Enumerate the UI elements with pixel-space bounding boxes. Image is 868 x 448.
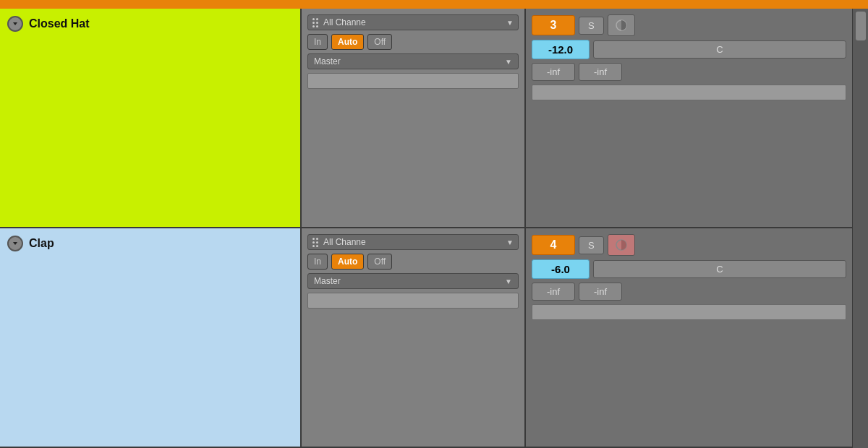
inf-value-2: -inf — [579, 283, 622, 301]
track-collapse-button[interactable] — [7, 236, 23, 251]
svg-marker-2 — [13, 242, 17, 245]
routing-text: Master — [314, 276, 502, 286]
drag-handle-icon — [312, 18, 318, 27]
track-controls-closed-hat: All Channe ▼ In Auto Off Master ▼ — [300, 9, 524, 227]
track-header: Clap — [7, 236, 54, 251]
channel-row: All Channe ▼ — [307, 14, 519, 30]
track-name-closed-hat: Closed Hat — [29, 17, 90, 30]
phase-button[interactable] — [608, 234, 635, 256]
track-row: Clap All Channe ▼ In — [0, 228, 852, 448]
mode-row: In Auto Off — [307, 34, 519, 50]
phase-button[interactable] — [608, 14, 635, 36]
inf-row: -inf -inf — [532, 63, 846, 81]
volume-value[interactable]: -6.0 — [532, 259, 590, 279]
routing-text: Master — [314, 56, 502, 66]
inf-row: -inf -inf — [532, 283, 846, 301]
chevron-down-icon: ▼ — [506, 19, 514, 27]
svg-marker-0 — [13, 22, 17, 25]
track-name-clap: Clap — [29, 237, 54, 250]
channel-text: All Channe — [323, 237, 504, 247]
empty-bar-row — [307, 293, 519, 309]
track-controls-clap: All Channe ▼ In Auto Off Master ▼ — [300, 228, 524, 447]
solo-button[interactable]: S — [579, 17, 604, 35]
empty-bar-row — [307, 73, 519, 89]
empty-bar — [307, 293, 519, 309]
empty-bar — [307, 73, 519, 89]
tracks-and-controls: Closed Hat All Channe ▼ — [0, 9, 852, 448]
main-layout: Closed Hat All Channe ▼ — [0, 9, 868, 448]
track-params-clap: 4 S -6.0 C -inf -inf — [524, 228, 852, 447]
track-label-closed-hat: Closed Hat — [0, 9, 300, 227]
inf-value-2: -inf — [579, 63, 622, 81]
empty-row — [532, 304, 846, 320]
chevron-down-icon: ▼ — [505, 277, 512, 285]
mode-row: In Auto Off — [307, 254, 519, 270]
volume-row: -6.0 C — [532, 259, 846, 279]
track-row: Closed Hat All Channe ▼ — [0, 9, 852, 228]
routing-row: Master ▼ — [307, 53, 519, 69]
top-bar — [0, 0, 868, 9]
volume-value[interactable]: -12.0 — [532, 40, 590, 59]
track-collapse-button[interactable] — [7, 16, 23, 32]
chevron-down-icon: ▼ — [506, 238, 514, 246]
volume-row: -12.0 C — [532, 40, 846, 59]
empty-row — [532, 85, 846, 100]
track-number[interactable]: 3 — [532, 15, 575, 35]
c-button[interactable]: C — [593, 260, 846, 278]
drag-handle-icon — [312, 238, 318, 247]
in-button[interactable]: In — [307, 254, 328, 270]
off-button[interactable]: Off — [367, 254, 392, 270]
track-number[interactable]: 4 — [532, 235, 575, 255]
solo-button[interactable]: S — [579, 236, 604, 254]
empty-bar-2 — [532, 304, 846, 320]
number-row: 3 S — [532, 14, 846, 36]
channel-selector[interactable]: All Channe ▼ — [307, 14, 519, 30]
master-selector[interactable]: Master ▼ — [307, 273, 519, 289]
master-selector[interactable]: Master ▼ — [307, 53, 519, 69]
scrollbar[interactable] — [852, 9, 868, 448]
track-params-closed-hat: 3 S -12.0 C -inf -inf — [524, 9, 852, 227]
channel-text: All Channe — [323, 17, 504, 27]
scrollbar-thumb[interactable] — [856, 12, 866, 40]
routing-row: Master ▼ — [307, 273, 519, 289]
track-label-clap: Clap — [0, 228, 300, 447]
inf-value-1: -inf — [532, 63, 575, 81]
c-button[interactable]: C — [593, 40, 846, 59]
auto-button[interactable]: Auto — [331, 34, 364, 50]
in-button[interactable]: In — [307, 34, 328, 50]
channel-selector[interactable]: All Channe ▼ — [307, 234, 519, 250]
chevron-down-icon: ▼ — [505, 58, 512, 66]
number-row: 4 S — [532, 234, 846, 256]
off-button[interactable]: Off — [367, 34, 392, 50]
inf-value-1: -inf — [532, 283, 575, 301]
track-header: Closed Hat — [7, 16, 90, 32]
channel-row: All Channe ▼ — [307, 234, 519, 250]
empty-bar-2 — [532, 85, 846, 100]
auto-button[interactable]: Auto — [331, 254, 364, 270]
